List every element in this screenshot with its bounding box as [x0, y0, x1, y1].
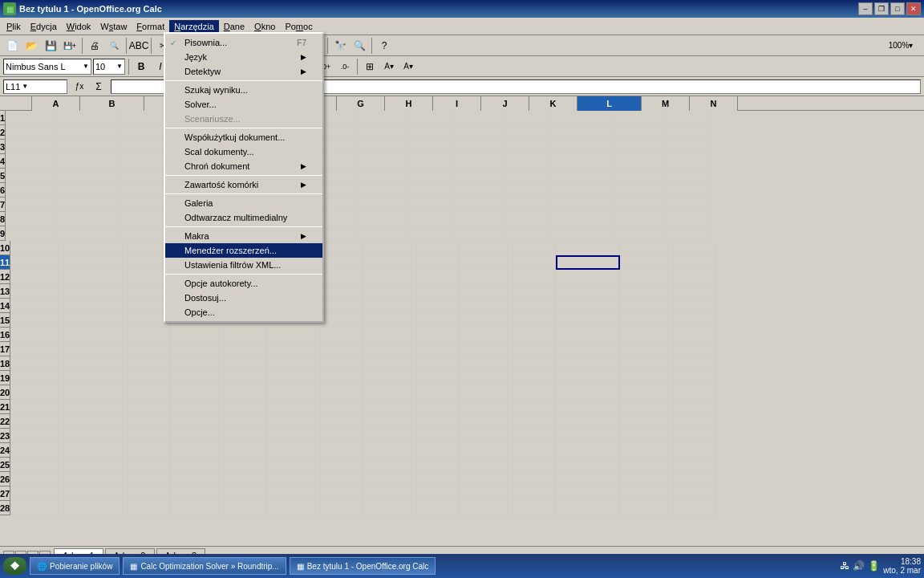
row-header-18[interactable]: 18	[0, 356, 10, 371]
font-size-selector[interactable]: 10 ▼	[93, 59, 125, 75]
cell-C1[interactable]	[118, 111, 166, 125]
col-header-B[interactable]: B	[80, 96, 144, 111]
cell-N2[interactable]	[663, 125, 711, 140]
col-header-G[interactable]: G	[337, 96, 385, 111]
close-button[interactable]: ✕	[906, 2, 921, 15]
col-header-A[interactable]: A	[32, 96, 80, 111]
menu-dostosuj[interactable]: Dostosuj...	[165, 291, 322, 305]
row-header-23[interactable]: 23	[0, 429, 10, 443]
row-header-16[interactable]: 16	[0, 328, 10, 342]
row-header-22[interactable]: 22	[0, 414, 10, 429]
row-header-17[interactable]: 17	[0, 342, 10, 356]
col-header-H[interactable]: H	[385, 96, 433, 111]
menu-menedzer[interactable]: Menedżer rozszerzeń...	[165, 243, 322, 258]
start-button[interactable]: ❖	[3, 557, 26, 575]
menu-ustawienia-filtrow[interactable]: Ustawienia filtrów XML...	[165, 258, 322, 272]
cell-N3[interactable]	[663, 140, 711, 154]
row-header-3[interactable]: 3	[0, 140, 6, 154]
cell-H2[interactable]	[359, 125, 407, 140]
row-header-9[interactable]: 9	[0, 226, 6, 241]
row-header-8[interactable]: 8	[0, 212, 6, 226]
selected-cell-L11[interactable]	[556, 255, 620, 270]
menu-pomoc[interactable]: Pomoc	[280, 20, 317, 33]
row-header-20[interactable]: 20	[0, 385, 10, 400]
minimize-button[interactable]: –	[858, 2, 873, 15]
cell-I3[interactable]	[407, 140, 455, 154]
cell-M2[interactable]	[615, 125, 663, 140]
col-header-L[interactable]: L	[578, 96, 642, 111]
borders-button[interactable]: ⊞	[361, 58, 379, 75]
new-button[interactable]: 📄	[3, 37, 21, 55]
menu-zawartosc-komorki[interactable]: Zawartość komórki ▶	[165, 177, 322, 192]
cell-L2[interactable]	[551, 125, 615, 140]
save-as-button[interactable]: 💾+	[61, 37, 79, 55]
cell-B3[interactable]	[54, 140, 118, 154]
zoom-dropdown[interactable]: 100%▾	[881, 37, 921, 55]
row-header-10[interactable]: 10	[0, 241, 10, 255]
font-name-selector[interactable]: Nimbus Sans L ▼	[3, 59, 91, 75]
cell-I2[interactable]	[407, 125, 455, 140]
font-name-dropdown-icon[interactable]: ▼	[83, 63, 89, 70]
menu-narzedzia[interactable]: Narzędzia	[169, 20, 219, 33]
menu-makra[interactable]: Makra ▶	[165, 229, 322, 243]
menu-dane[interactable]: Dane	[219, 20, 249, 33]
row-header-26[interactable]: 26	[0, 472, 10, 486]
cell-M3[interactable]	[615, 140, 663, 154]
col-header-I[interactable]: I	[433, 96, 481, 111]
cell-A3[interactable]	[6, 140, 54, 154]
menu-solver[interactable]: Solver...	[165, 97, 322, 112]
row-header-28[interactable]: 28	[0, 501, 10, 515]
taskbar-calc[interactable]: ▦ Bez tytulu 1 - OpenOffice.org Calc	[290, 557, 436, 575]
cell-J1[interactable]	[455, 111, 503, 125]
row-header-15[interactable]: 15	[0, 313, 10, 328]
spell-check-button[interactable]: ABC	[130, 37, 148, 55]
cell-A2[interactable]	[6, 125, 54, 140]
menu-opcje-autokorety[interactable]: Opcje autokorety...	[165, 276, 322, 291]
row-header-5[interactable]: 5	[0, 169, 6, 183]
cell-H3[interactable]	[359, 140, 407, 154]
row-header-2[interactable]: 2	[0, 125, 6, 140]
col-header-K[interactable]: K	[529, 96, 578, 111]
cell-B2[interactable]	[54, 125, 118, 140]
row-header-1[interactable]: 1	[0, 111, 6, 125]
preview-button[interactable]: 🔍	[105, 37, 123, 55]
function-wizard-button[interactable]: ƒx	[71, 78, 88, 96]
col-header-M[interactable]: M	[642, 96, 690, 111]
menu-scenariusze[interactable]: Scenariusze...	[165, 112, 322, 126]
cell-C2[interactable]	[118, 125, 166, 140]
find-button[interactable]: 🔍	[351, 37, 368, 55]
cell-K3[interactable]	[503, 140, 551, 154]
menu-plik[interactable]: Plik	[2, 20, 26, 33]
cell-H1[interactable]	[359, 111, 407, 125]
menu-detektyw[interactable]: Detektyw ▶	[165, 64, 322, 79]
col-header-J[interactable]: J	[481, 96, 529, 111]
maximize-button[interactable]: □	[890, 2, 905, 15]
cell-C3[interactable]	[118, 140, 166, 154]
row-header-24[interactable]: 24	[0, 443, 10, 458]
bg-color-button[interactable]: A▾	[380, 58, 398, 75]
print-button[interactable]: 🖨	[86, 37, 103, 55]
menu-widok[interactable]: Widok	[62, 20, 96, 33]
row-header-19[interactable]: 19	[0, 371, 10, 385]
cell-M1[interactable]	[615, 111, 663, 125]
menu-format[interactable]: Format	[132, 20, 169, 33]
row-header-11[interactable]: 11	[0, 255, 10, 270]
cell-N1[interactable]	[663, 111, 711, 125]
row-header-6[interactable]: 6	[0, 183, 6, 197]
menu-galeria[interactable]: Galeria	[165, 196, 322, 210]
menu-wspoluzytkowaj[interactable]: Współużytkuj dokument...	[165, 130, 322, 144]
cell-L3[interactable]	[551, 140, 615, 154]
menu-szukaj-wyniku[interactable]: Szukaj wyniku...	[165, 83, 322, 97]
taskbar-solver[interactable]: ▦ Calc Optimization Solver » Roundtrip..…	[123, 557, 286, 575]
row-header-13[interactable]: 13	[0, 284, 10, 299]
font-size-dropdown-icon[interactable]: ▼	[116, 63, 123, 70]
navigator-button[interactable]: 🔭	[331, 37, 349, 55]
row-header-27[interactable]: 27	[0, 486, 10, 501]
row-header-7[interactable]: 7	[0, 197, 6, 212]
cell-K2[interactable]	[503, 125, 551, 140]
cell-A1[interactable]	[6, 111, 54, 125]
menu-jezyk[interactable]: Język ▶	[165, 50, 322, 64]
row-header-12[interactable]: 12	[0, 270, 10, 284]
menu-pisownia[interactable]: ✓ Pisownia... F7	[165, 35, 322, 50]
menu-okno[interactable]: Okno	[249, 20, 280, 33]
